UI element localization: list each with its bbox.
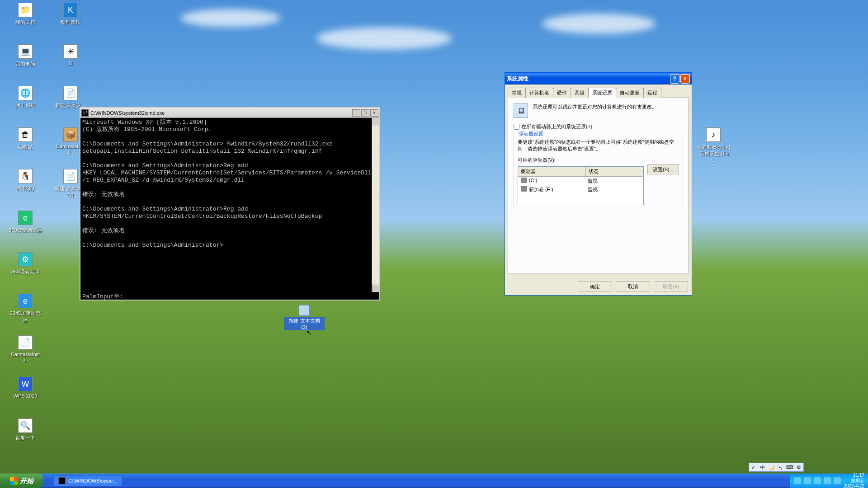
file-icon: ✳ (63, 44, 78, 59)
qq-icon: 🐧 (18, 169, 33, 183)
maximize-button[interactable]: □ (361, 109, 369, 117)
tray-icon[interactable] (804, 477, 811, 484)
decoration (181, 9, 280, 27)
tab-panel: 🖥 系统还原可以跟踪并更正对您的计算机进行的有害更改。 在所有驱动器上关闭系统还… (508, 98, 689, 273)
cmd-icon (58, 477, 66, 484)
text-icon: 📄 (63, 169, 78, 183)
dialog-title: 系统属性 (507, 75, 528, 83)
search-icon: 🔍 (18, 418, 33, 433)
tab-hardware[interactable]: 硬件 (553, 88, 571, 98)
ime-button[interactable]: ✓ (749, 463, 758, 471)
settings-button[interactable]: 设置(S)... (647, 164, 679, 174)
checkbox-input[interactable] (514, 124, 519, 130)
drive-icon (521, 178, 527, 183)
desktop-icon-wma[interactable]: ♪xx的歌-Beyond-海阔天空 (Fat.. (696, 127, 731, 163)
group-description: 要更改"系统还原"的状态或在一个驱动器上可供"系统还原"使用的磁盘空间，请选择该… (518, 139, 679, 152)
cmd-titlebar[interactable]: c:\ C:\WINDOWS\system32\cmd.exe _ □ × (80, 108, 379, 118)
col-drive[interactable]: 驱动器 (518, 167, 586, 176)
browser-icon: e (18, 211, 33, 225)
drive-icon (521, 186, 527, 192)
ime-button[interactable]: ⚙ (794, 463, 803, 471)
ime-button[interactable]: 🌙 (767, 463, 776, 471)
package-icon: 📦 (63, 127, 78, 142)
tab-system-restore[interactable]: 系统还原 (588, 88, 616, 98)
desktop-icon-2345browser[interactable]: e2345加速浏览器 (8, 294, 42, 324)
document-icon: 📄 (18, 335, 33, 350)
restore-description: 系统还原可以跟踪并更正对您的计算机进行的有害更改。 (533, 103, 683, 118)
restore-icon: 🖥 (514, 103, 528, 118)
desktop-icon-my-documents[interactable]: 📁我的文档 (8, 3, 42, 26)
cancel-button[interactable]: 取消 (616, 282, 650, 291)
desktop-icon-baidu[interactable]: 🔍百度一下 (8, 418, 42, 441)
desktop-icon-my-computer[interactable]: 💻我的电脑 (8, 44, 42, 67)
dialog-buttons: 确定 取消 应用(A) (505, 278, 692, 295)
drive-list[interactable]: 驱动器 状态 (C:) 监视 新加卷 (E:) 监视 (518, 166, 644, 205)
desktop-icon-360browser[interactable]: e360安全浏览器 (8, 211, 42, 234)
dialog-titlebar[interactable]: 系统属性 ? × (505, 73, 692, 84)
cmd-output[interactable]: Microsoft Windows XP [版本 5.1.2600] (C) 版… (80, 118, 379, 292)
tab-computer-name[interactable]: 计算机名 (525, 88, 553, 98)
ime-toolbar[interactable]: ✓ 中 🌙 •, ⌨ ⚙ (749, 463, 804, 472)
disable-restore-checkbox[interactable]: 在所有驱动器上关闭系统还原(T) (514, 123, 683, 130)
folder-icon: 📁 (18, 3, 33, 17)
cursor-icon: ↖ (307, 329, 312, 336)
gear-icon: ⚙ (18, 252, 33, 267)
close-button[interactable]: × (370, 109, 378, 117)
ok-button[interactable]: 确定 (578, 282, 612, 291)
tab-remote[interactable]: 远程 (643, 88, 661, 98)
cmd-window[interactable]: c:\ C:\WINDOWS\system32\cmd.exe _ □ × Mi… (80, 107, 380, 300)
drive-row[interactable]: (C:) 监视 (518, 177, 643, 185)
desktop-icon-selected[interactable]: 新建 文本文档 (2) (284, 305, 325, 330)
desktop-icon-network[interactable]: 🌐网上邻居 (8, 86, 42, 109)
close-button[interactable]: × (680, 74, 690, 84)
drive-list-header: 驱动器 状态 (518, 167, 643, 177)
cmd-title-text: C:\WINDOWS\system32\cmd.exe (90, 110, 165, 116)
browser-icon: e (18, 294, 33, 308)
music-icon: K (63, 3, 78, 17)
group-legend: 驱动器设置 (517, 131, 545, 137)
cmd-icon: c:\ (81, 109, 89, 117)
col-status[interactable]: 状态 (586, 167, 643, 176)
trash-icon: 🗑 (18, 127, 33, 142)
apply-button[interactable]: 应用(A) (654, 282, 688, 291)
tab-general[interactable]: 常规 (508, 88, 526, 98)
taskbar-clock[interactable]: 11:17 星期五 2022-4-22 (844, 473, 864, 488)
ime-button[interactable]: ⌨ (785, 463, 794, 471)
dialog-body: 常规 计算机名 硬件 高级 系统还原 自动更新 远程 🖥 系统还原可以跟踪并更正… (505, 84, 692, 278)
desktop-icon-camtasia[interactable]: 📄CamtasiaInsta.. (8, 335, 42, 362)
help-button[interactable]: ? (670, 74, 679, 84)
computer-icon: 💻 (18, 44, 33, 59)
tab-strip: 常规 计算机名 硬件 高级 系统还原 自动更新 远程 (508, 87, 689, 98)
desktop-icon-kugou[interactable]: K酷狗音乐 (53, 3, 88, 26)
desktop-icon-wps[interactable]: WWPS 2019 (8, 377, 42, 399)
desktop-icon-qq[interactable]: 🐧腾讯QQ (8, 169, 42, 192)
desktop-icon-textdoc[interactable]: 📄新建 文本文... (53, 86, 88, 109)
taskbar-item-cmd[interactable]: C:\WINDOWS\syste... (53, 475, 122, 486)
start-button[interactable]: 开始 (0, 474, 43, 488)
drive-row[interactable]: 新加卷 (E:) 监视 (518, 185, 643, 194)
scroll-track[interactable] (372, 126, 379, 285)
ime-button[interactable]: •, (776, 463, 785, 471)
decoration (316, 27, 452, 50)
text-icon (299, 305, 310, 316)
tab-advanced[interactable]: 高级 (571, 88, 589, 98)
ime-button[interactable]: 中 (758, 463, 767, 471)
cmd-scrollbar[interactable]: ▲ ▼ (372, 118, 379, 292)
minimize-button[interactable]: _ (352, 109, 360, 117)
drive-settings-group: 驱动器设置 要更改"系统还原"的状态或在一个驱动器上可供"系统还原"使用的磁盘空… (514, 134, 683, 209)
tray-icon[interactable] (794, 477, 801, 484)
wps-icon: W (18, 377, 33, 391)
scroll-down-button[interactable]: ▼ (372, 285, 379, 292)
decoration (542, 14, 656, 34)
desktop-icon-360driver[interactable]: ⚙360驱动大师 (8, 252, 42, 275)
system-properties-dialog[interactable]: 系统属性 ? × 常规 计算机名 硬件 高级 系统还原 自动更新 远程 🖥 系统… (505, 72, 692, 296)
tray-icon[interactable] (824, 477, 831, 484)
text-icon: 📄 (63, 86, 78, 100)
tab-auto-update[interactable]: 自动更新 (616, 88, 644, 98)
windows-logo-icon (10, 477, 18, 485)
tray-icon[interactable] (834, 477, 841, 484)
cmd-ime-status: PalmInput半: (80, 292, 379, 300)
tray-icon[interactable] (814, 477, 821, 484)
desktop-icon-11[interactable]: ✳11 (53, 44, 88, 66)
desktop-icon-recycle-bin[interactable]: 🗑回收站 (8, 127, 42, 150)
